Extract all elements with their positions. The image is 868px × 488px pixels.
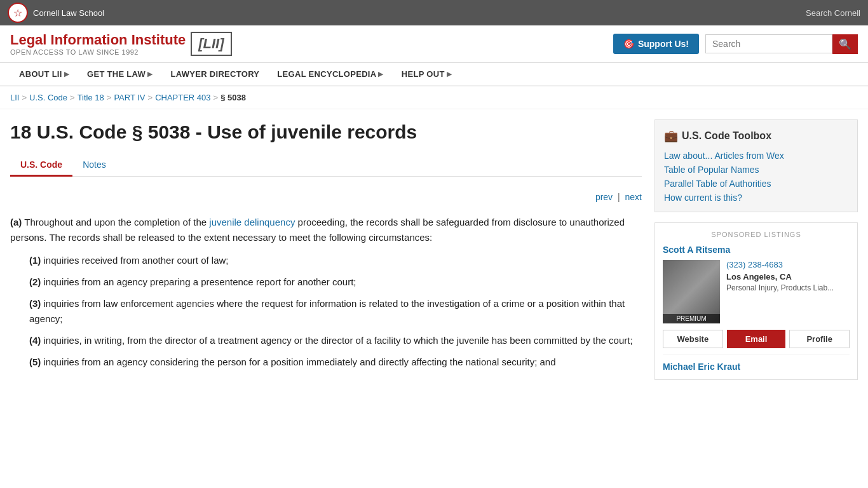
nav-item-get-the-law[interactable]: GET THE LAW ▶	[78, 63, 161, 85]
prev-next-separator: |	[618, 192, 620, 202]
attorney-1-profile-button[interactable]: Profile	[789, 330, 850, 348]
section-a-paragraph: (a) Throughout and upon the completion o…	[10, 215, 642, 245]
search-input[interactable]	[705, 34, 832, 53]
nav-item-legal-encyclopedia[interactable]: LEGAL ENCYCLOPEDIA ▶	[268, 63, 392, 85]
breadcrumb-sep-1: >	[22, 93, 27, 102]
toolbox-title: 💼 U.S. Code Toolbox	[664, 129, 848, 143]
header: Legal Information Institute OPEN ACCESS …	[0, 25, 868, 63]
item-4-num: (4)	[29, 335, 41, 346]
item-3-num: (3)	[29, 298, 41, 309]
attorney-2-name[interactable]: Michael Eric Kraut	[663, 362, 850, 372]
section-a-label: (a)	[10, 217, 22, 227]
attorney-1-card: PREMIUM (323) 238-4683 Los Angeles, CA P…	[663, 260, 850, 323]
breadcrumb-sep-5: >	[214, 93, 219, 102]
breadcrumb-sep-4: >	[148, 93, 153, 102]
toolbox-title-text: U.S. Code Toolbox	[682, 130, 771, 142]
nav-label-help: HELP OUT	[402, 69, 445, 79]
breadcrumb-sep-2: >	[70, 93, 75, 102]
item-4: (4) inquiries, in writing, from the dire…	[29, 333, 642, 348]
section-a-intro: Throughout and upon the completion of th…	[24, 217, 209, 227]
nav-arrow-help: ▶	[447, 71, 452, 78]
support-label: Support Us!	[638, 39, 689, 49]
support-button[interactable]: 🎯 Support Us!	[613, 34, 699, 54]
item-3-text: inquiries from law enforcement agencies …	[29, 298, 625, 324]
attorney-1-email-button[interactable]: Email	[727, 330, 786, 348]
item-1: (1) inquiries received from another cour…	[29, 253, 642, 268]
item-2: (2) inquiries from an agency preparing a…	[29, 274, 642, 290]
tab-uscode[interactable]: U.S. Code	[10, 154, 72, 177]
prev-link[interactable]: prev	[595, 192, 613, 202]
attorney-1-phone: (323) 238-4683	[726, 260, 850, 269]
premium-badge: PREMIUM	[663, 314, 720, 323]
attorney-1-info: (323) 238-4683 Los Angeles, CA Personal …	[726, 260, 850, 323]
top-bar: ☆ Cornell Law School Search Cornell	[0, 0, 868, 25]
nav-item-help-out[interactable]: HELP OUT ▶	[393, 63, 461, 85]
attorney-1-practice: Personal Injury, Products Liab...	[726, 283, 850, 292]
logo-text: Legal Information Institute OPEN ACCESS …	[10, 32, 186, 56]
next-link[interactable]: next	[625, 192, 642, 202]
breadcrumb-sep-3: >	[107, 93, 112, 102]
nav-arrow-getlaw: ▶	[147, 71, 153, 78]
breadcrumb-lii[interactable]: LII	[10, 93, 19, 102]
top-bar-left: ☆ Cornell Law School	[8, 3, 104, 23]
breadcrumb-part4[interactable]: PART IV	[114, 93, 145, 102]
nav-bar: ABOUT LII ▶ GET THE LAW ▶ LAWYER DIRECTO…	[0, 63, 868, 86]
item-4-text: inquiries, in writing, from the director…	[44, 335, 633, 346]
logo-lii-box: [LII]	[191, 32, 231, 56]
toolbox-icon: 💼	[664, 129, 678, 143]
content-area: 18 U.S. Code § 5038 - Use of juvenile re…	[10, 119, 642, 380]
tabs: U.S. Code Notes	[10, 154, 642, 177]
support-icon: 🎯	[623, 39, 634, 49]
prev-next: prev | next	[10, 187, 642, 207]
item-5-text: inquiries from an agency considering the…	[44, 356, 556, 367]
nav-label-lawyer: LAWYER DIRECTORY	[170, 69, 259, 79]
nav-label-about: ABOUT LII	[19, 69, 62, 79]
breadcrumb-chapter403[interactable]: CHAPTER 403	[155, 93, 210, 102]
attorney-1-location: Los Angeles, CA	[726, 272, 850, 281]
breadcrumb-uscode[interactable]: U.S. Code	[29, 93, 67, 102]
toolbox-link-parallel-table[interactable]: Parallel Table of Authorities	[664, 179, 848, 189]
sidebar: 💼 U.S. Code Toolbox Law about... Article…	[654, 119, 858, 380]
attorney-1-website-button[interactable]: Website	[663, 330, 723, 348]
item-5-num: (5)	[29, 356, 41, 367]
toolbox-links: Law about... Articles from Wex Table of …	[664, 151, 848, 203]
item-1-num: (1)	[29, 255, 41, 266]
university-name: Cornell Law School	[33, 8, 104, 18]
nav-item-lawyer-directory[interactable]: LAWYER DIRECTORY	[161, 63, 268, 85]
nav-label-getlaw: GET THE LAW	[87, 69, 146, 79]
breadcrumb-title18[interactable]: Title 18	[78, 93, 104, 102]
search-cornell-link[interactable]: Search Cornell	[806, 8, 860, 18]
nav-arrow-about: ▶	[64, 71, 69, 78]
nav-item-about-lii[interactable]: ABOUT LII ▶	[10, 63, 78, 85]
item-1-text: inquiries received from another court of…	[44, 255, 229, 266]
item-2-text: inquiries from an agency preparing a pre…	[44, 276, 356, 287]
logo-sub: OPEN ACCESS TO LAW SINCE 1992	[10, 48, 186, 56]
attorney-1-name[interactable]: Scott A Ritsema	[663, 245, 850, 255]
sponsored-listings: SPONSORED LISTINGS Scott A Ritsema PREMI…	[654, 222, 858, 380]
toolbox-link-wex[interactable]: Law about... Articles from Wex	[664, 151, 848, 161]
nav-arrow-encyclopedia: ▶	[378, 71, 383, 78]
page-title: 18 U.S. Code § 5038 - Use of juvenile re…	[10, 119, 642, 144]
toolbox-link-popular-names[interactable]: Table of Popular Names	[664, 165, 848, 175]
tab-notes[interactable]: Notes	[72, 154, 116, 177]
attorney-1-actions: Website Email Profile	[663, 330, 850, 348]
main-layout: 18 U.S. Code § 5038 - Use of juvenile re…	[0, 109, 868, 390]
search-area: 🔍	[705, 34, 858, 54]
toolbox: 💼 U.S. Code Toolbox Law about... Article…	[654, 119, 858, 212]
item-5: (5) inquiries from an agency considering…	[29, 355, 642, 370]
attorney-1-photo: PREMIUM	[663, 260, 720, 323]
attorney-divider	[663, 355, 850, 355]
search-button[interactable]: 🔍	[832, 34, 858, 54]
cornell-logo: ☆	[8, 3, 28, 23]
toolbox-link-current[interactable]: How current is this?	[664, 193, 848, 203]
juvenile-delinquency-link[interactable]: juvenile delinquency	[209, 217, 295, 227]
item-3: (3) inquiries from law enforcement agenc…	[29, 296, 642, 327]
item-2-num: (2)	[29, 276, 41, 287]
logo-area: Legal Information Institute OPEN ACCESS …	[10, 32, 232, 56]
breadcrumb: LII > U.S. Code > Title 18 > PART IV > C…	[0, 86, 868, 109]
nav-label-encyclopedia: LEGAL ENCYCLOPEDIA	[277, 69, 376, 79]
logo-main[interactable]: Legal Information Institute	[10, 32, 186, 48]
legal-text: (a) Throughout and upon the completion o…	[10, 215, 642, 370]
header-right: 🎯 Support Us! 🔍	[613, 34, 858, 54]
breadcrumb-current: § 5038	[220, 93, 246, 102]
